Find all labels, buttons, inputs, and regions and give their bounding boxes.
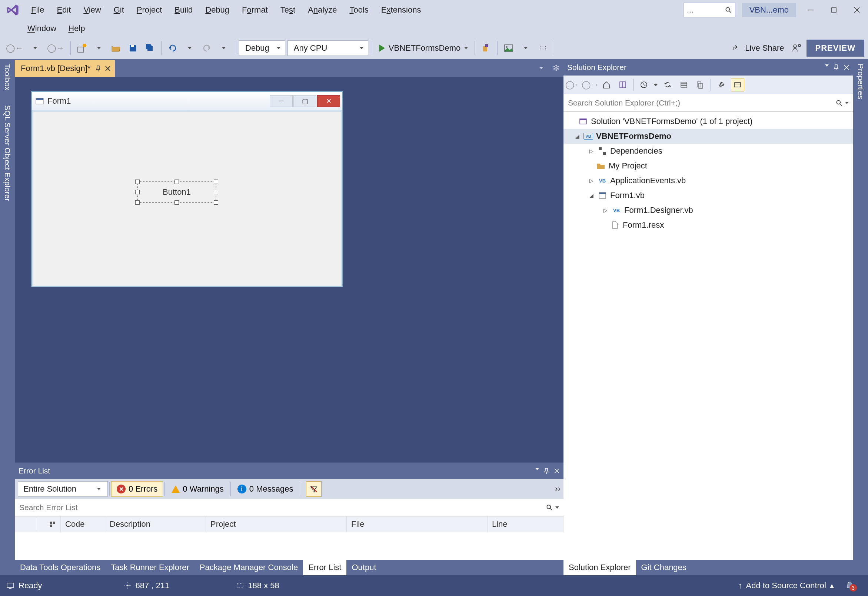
menu-test[interactable]: Test — [275, 4, 301, 16]
new-project-dropdown[interactable] — [92, 40, 106, 56]
document-tab-form1[interactable]: Form1.vb [Design]* — [15, 60, 115, 77]
redo-button[interactable] — [199, 40, 214, 56]
se-sync-button[interactable] — [661, 78, 674, 91]
preview-button[interactable]: PREVIEW — [806, 40, 864, 57]
errors-filter-button[interactable]: ✕ 0 Errors — [111, 481, 163, 497]
error-list-titlebar[interactable]: Error List — [15, 463, 563, 479]
error-col-project[interactable]: Project — [206, 516, 347, 532]
menu-analyze[interactable]: Analyze — [302, 4, 343, 16]
tab-solution-explorer[interactable]: Solution Explorer — [563, 560, 636, 575]
undo-button[interactable] — [165, 40, 180, 56]
error-col-description[interactable]: Description — [105, 516, 206, 532]
properties-tab[interactable]: Properties — [855, 62, 866, 102]
solution-explorer-titlebar[interactable]: Solution Explorer — [563, 59, 853, 75]
start-debugging-button[interactable]: VBNETFormsDemo — [376, 43, 471, 53]
pin-icon[interactable] — [833, 64, 839, 70]
menu-git[interactable]: Git — [108, 4, 130, 16]
close-tab-icon[interactable] — [105, 65, 111, 72]
menu-project[interactable]: Project — [131, 4, 168, 16]
tree-myproject-node[interactable]: My Project — [563, 158, 853, 173]
menu-tools[interactable]: Tools — [343, 4, 374, 16]
se-search-dropdown[interactable] — [845, 102, 849, 104]
panel-dropdown-icon[interactable] — [825, 64, 829, 70]
se-forward-button[interactable]: ◯→ — [584, 78, 597, 91]
tree-form1resx-node[interactable]: Form1.resx — [563, 218, 853, 233]
minimize-button[interactable] — [803, 3, 819, 17]
error-search-dropdown[interactable] — [555, 506, 559, 509]
nav-back-dropdown[interactable] — [28, 40, 43, 56]
feedback-button[interactable] — [790, 40, 804, 56]
menu-file[interactable]: File — [25, 4, 50, 16]
button1-control[interactable]: Button1 — [137, 181, 216, 203]
menu-debug[interactable]: Debug — [199, 4, 235, 16]
se-show-all-button[interactable] — [694, 78, 707, 91]
error-overflow-icon[interactable]: ›› — [555, 484, 560, 494]
toolbar-dots-button[interactable]: ⋮⋮ — [535, 40, 550, 56]
se-collapse-button[interactable] — [677, 78, 691, 91]
live-share-button[interactable]: Live Share — [729, 43, 787, 53]
menu-build[interactable]: Build — [169, 4, 198, 16]
close-panel-icon[interactable] — [844, 64, 849, 70]
tree-dependencies-node[interactable]: ▷ Dependencies — [563, 144, 853, 158]
warnings-filter-button[interactable]: 0 Warnings — [166, 481, 229, 497]
se-switch-views-button[interactable] — [616, 78, 629, 91]
toolbar-misc-button[interactable] — [479, 40, 494, 56]
notifications-button[interactable]: 3 — [845, 581, 855, 590]
expander-icon[interactable]: ◢ — [574, 133, 581, 140]
form-client-area[interactable]: Button1 — [33, 112, 341, 286]
error-col-file[interactable]: File — [347, 516, 488, 532]
nav-back-button[interactable]: ◯← — [4, 40, 25, 56]
restore-button[interactable] — [826, 3, 842, 17]
error-filter-button[interactable] — [306, 481, 322, 497]
tree-form1-node[interactable]: ◢ Form1.vb — [563, 188, 853, 203]
tree-form1designer-node[interactable]: ▷ VB Form1.Designer.vb — [563, 203, 853, 218]
tree-solution-node[interactable]: Solution 'VBNETFormsDemo' (1 of 1 projec… — [563, 114, 853, 129]
expander-icon[interactable]: ▷ — [602, 207, 609, 214]
tree-appevents-node[interactable]: ▷ VB ApplicationEvents.vb — [563, 173, 853, 188]
toolbox-tab[interactable]: Toolbox — [2, 62, 13, 93]
redo-dropdown[interactable] — [216, 40, 231, 56]
tab-task-runner[interactable]: Task Runner Explorer — [106, 560, 195, 575]
menu-window[interactable]: Window — [22, 22, 62, 35]
menu-view[interactable]: View — [77, 4, 107, 16]
form1-preview[interactable]: Form1 ─ ▢ ✕ Button1 — [31, 91, 343, 287]
menu-help[interactable]: Help — [62, 22, 91, 35]
pin-icon[interactable] — [543, 468, 549, 474]
quick-search[interactable]: ... — [683, 3, 735, 18]
tab-data-tools[interactable]: Data Tools Operations — [15, 560, 106, 575]
toolbar-img-dropdown[interactable] — [518, 40, 533, 56]
doc-tab-dropdown[interactable] — [534, 60, 549, 76]
error-col-code[interactable]: Code — [61, 516, 105, 532]
se-pending-changes-button[interactable] — [637, 78, 651, 91]
error-col-line[interactable]: Line — [488, 516, 563, 532]
se-properties-button[interactable] — [715, 78, 728, 91]
se-back-button[interactable]: ◯← — [567, 78, 581, 91]
source-control-button[interactable]: ↑ Add to Source Control ▴ — [738, 581, 834, 590]
tab-output[interactable]: Output — [346, 560, 381, 575]
expander-icon[interactable]: ▷ — [588, 148, 594, 154]
close-panel-icon[interactable] — [554, 468, 560, 474]
solution-platform-dropdown[interactable]: Any CPU — [287, 40, 368, 56]
tree-project-node[interactable]: ◢ VB VBNETFormsDemo — [563, 129, 853, 144]
nav-forward-button[interactable]: ◯→ — [45, 40, 67, 56]
save-button[interactable] — [126, 40, 140, 56]
se-search-input[interactable] — [568, 99, 835, 107]
undo-dropdown[interactable] — [182, 40, 197, 56]
open-file-button[interactable] — [108, 40, 123, 56]
tab-git-changes[interactable]: Git Changes — [636, 560, 692, 575]
error-col-icon[interactable] — [15, 516, 36, 532]
se-home-button[interactable] — [600, 78, 613, 91]
window-selector[interactable]: VBN...emo — [742, 3, 796, 17]
messages-filter-button[interactable]: i 0 Messages — [232, 481, 299, 497]
error-search-box[interactable] — [15, 499, 563, 516]
expander-icon[interactable]: ▷ — [588, 177, 594, 184]
close-button[interactable] — [849, 3, 865, 17]
menu-extensions[interactable]: Extensions — [375, 4, 427, 16]
sql-explorer-tab[interactable]: SQL Server Object Explorer — [2, 103, 13, 204]
solution-explorer-search[interactable] — [563, 94, 853, 112]
tab-package-manager[interactable]: Package Manager Console — [195, 560, 303, 575]
form-designer-surface[interactable]: Form1 ─ ▢ ✕ Button1 — [15, 77, 563, 462]
error-scope-dropdown[interactable]: Entire Solution — [18, 481, 108, 497]
toolbar-img-button[interactable] — [501, 40, 516, 56]
tab-error-list[interactable]: Error List — [303, 560, 346, 575]
